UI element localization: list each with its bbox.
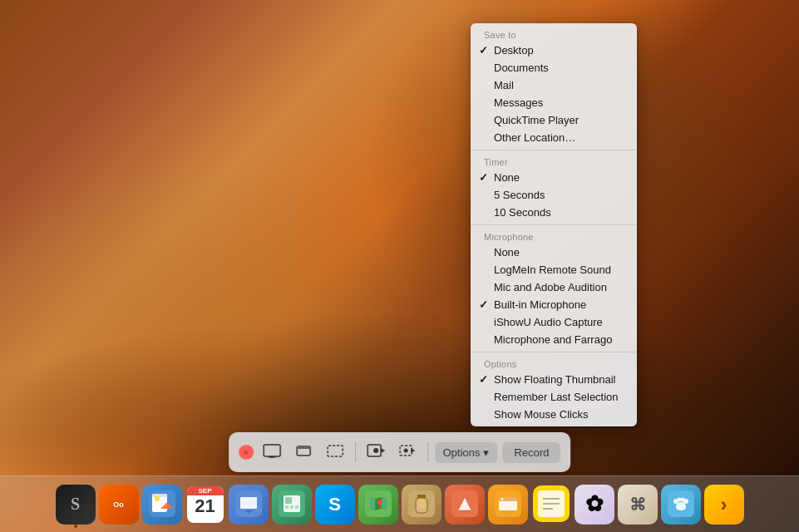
options-label: Options [443, 446, 481, 459]
option-floating-thumbnail-item[interactable]: Show Floating Thumbnail [471, 371, 637, 388]
save-mail-item[interactable]: Mail [471, 76, 637, 94]
save-to-section: Save to Desktop Documents Mail Messages … [471, 23, 637, 150]
dock: S Oo SEP 21 [0, 475, 799, 532]
save-documents-item[interactable]: Documents [471, 59, 637, 76]
dock-item-pockity[interactable]: › [704, 485, 744, 525]
paw-icon [668, 490, 694, 519]
svg-point-38 [501, 498, 503, 500]
svg-rect-18 [240, 497, 257, 509]
record-label: Record [514, 446, 549, 459]
capture-screen-icon [263, 444, 281, 461]
skype-icon: S [328, 494, 341, 515]
record-screen-icon [367, 444, 385, 461]
svg-rect-23 [285, 497, 292, 504]
record-selection-icon [398, 444, 417, 461]
pixelmator-icon [451, 490, 478, 519]
option-remember-selection-item[interactable]: Remember Last Selection [471, 388, 637, 406]
svg-rect-20 [245, 510, 252, 512]
svg-point-28 [377, 500, 382, 505]
options-button[interactable]: Options ▾ [435, 442, 498, 463]
svg-rect-30 [417, 495, 426, 498]
svg-rect-4 [297, 446, 310, 449]
mic-none-item[interactable]: None [471, 244, 637, 261]
dock-item-paw[interactable] [661, 485, 701, 525]
save-desktop-item[interactable]: Desktop [471, 42, 637, 59]
save-other-item[interactable]: Other Location… [471, 129, 637, 146]
dock-item-jar[interactable] [402, 485, 441, 525]
calendar-day: 21 [195, 497, 215, 515]
options-section: Options Show Floating Thumbnail Remember… [471, 352, 637, 426]
dock-item-keystroke[interactable]: ⌘ [618, 485, 658, 525]
mic-logmein-item[interactable]: LogMeIn Remote Sound [471, 261, 637, 278]
dock-item-notes[interactable] [531, 485, 571, 525]
save-to-header: Save to [471, 27, 637, 42]
dock-item-preview[interactable] [142, 485, 182, 525]
microphone-header: Microphone [471, 229, 637, 244]
mic-builtin-item[interactable]: Built-in Microphone [471, 296, 637, 313]
svg-point-10 [403, 448, 407, 452]
dock-item-flower[interactable]: ✿ [575, 485, 614, 525]
mic-ishowu-item[interactable]: iShowU Audio Capture [471, 313, 637, 331]
timer-section: Timer None 5 Seconds 10 Seconds [471, 150, 637, 225]
record-screen-button[interactable] [363, 439, 389, 466]
dock-item-keynote[interactable] [229, 485, 269, 525]
dock-item-omnioutliner[interactable]: Oo [99, 485, 139, 525]
capture-selection-button[interactable] [322, 439, 348, 466]
keystroke-icon: ⌘ [629, 495, 646, 515]
svg-rect-24 [285, 505, 289, 509]
numbers-icon [279, 490, 305, 519]
svg-point-33 [417, 499, 426, 509]
save-messages-item[interactable]: Messages [471, 94, 637, 111]
capture-screen-button[interactable] [259, 439, 285, 466]
dock-indicator [74, 525, 77, 528]
svg-rect-26 [295, 505, 298, 509]
record-selection-button[interactable] [394, 439, 421, 466]
calendar-icon: SEP 21 [187, 486, 224, 523]
svg-marker-11 [411, 448, 415, 453]
svg-rect-5 [328, 446, 343, 456]
dock-item-maps[interactable] [358, 485, 398, 525]
dock-item-calendar[interactable]: SEP 21 [185, 485, 225, 525]
close-icon: × [244, 448, 249, 457]
dock-item-slides[interactable] [488, 485, 528, 525]
svg-point-7 [373, 448, 378, 453]
preview-icon [149, 490, 175, 519]
jar-icon [408, 490, 435, 519]
svg-rect-1 [269, 456, 274, 458]
microphone-section: Microphone None LogMeIn Remote Sound Mic… [471, 225, 637, 352]
flower-icon: ✿ [585, 491, 604, 517]
record-button[interactable]: Record [502, 442, 560, 463]
timer-none-item[interactable]: None [471, 169, 637, 186]
notes-icon [533, 485, 570, 524]
dock-item-scrivener[interactable]: S [56, 485, 96, 525]
pockity-icon: › [721, 493, 727, 516]
maps-icon [365, 490, 392, 519]
mic-adobe-item[interactable]: Mic and Adobe Audition [471, 278, 637, 296]
chevron-down-icon: ▾ [483, 446, 489, 459]
slides-icon [495, 490, 521, 519]
svg-rect-2 [268, 457, 276, 458]
timer-5s-item[interactable]: 5 Seconds [471, 186, 637, 204]
calendar-month: SEP [187, 486, 224, 495]
svg-rect-0 [264, 445, 280, 456]
options-header: Options [471, 356, 637, 371]
dock-item-numbers[interactable] [272, 485, 312, 525]
svg-point-48 [680, 497, 684, 501]
capture-selection-icon [326, 444, 344, 461]
save-quicktime-item[interactable]: QuickTime Player [471, 111, 637, 129]
keynote-icon [235, 490, 262, 519]
mic-farrago-item[interactable]: Microphone and Farrago [471, 331, 637, 348]
toolbar-separator-2 [427, 442, 428, 462]
screenshot-options-menu: Save to Desktop Documents Mail Messages … [471, 23, 637, 426]
close-button[interactable]: × [239, 445, 254, 460]
svg-point-16 [155, 496, 160, 501]
option-show-mouse-clicks-item[interactable]: Show Mouse Clicks [471, 406, 637, 423]
screenshot-toolbar: × [229, 432, 571, 472]
omnioutliner-icon: Oo [113, 500, 124, 509]
toolbar-separator-1 [355, 442, 356, 462]
capture-window-button[interactable] [290, 439, 317, 466]
dock-item-pixelmator[interactable] [445, 485, 485, 525]
dock-item-skype[interactable]: S [315, 485, 355, 525]
timer-10s-item[interactable]: 10 Seconds [471, 204, 637, 221]
svg-rect-14 [152, 494, 167, 497]
